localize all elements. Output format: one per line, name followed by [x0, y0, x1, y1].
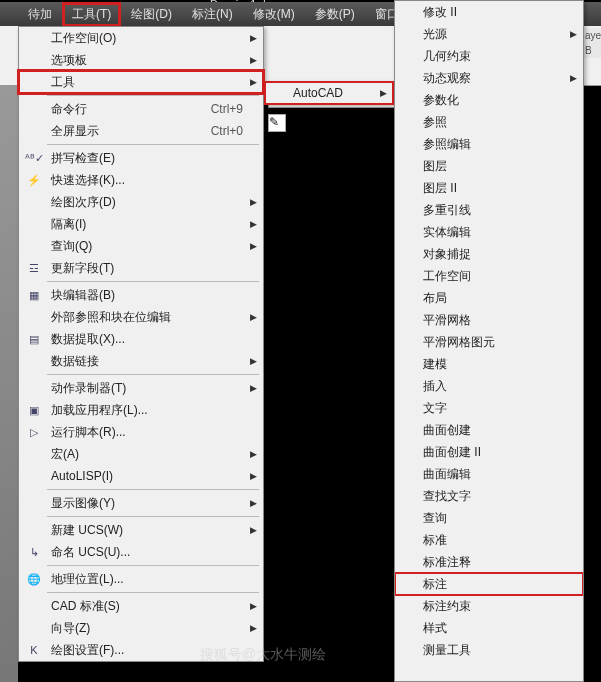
menu-item[interactable]: ▤数据提取(X)... [19, 328, 263, 350]
menu-label: 绘图次序(D) [51, 194, 243, 211]
menu-item[interactable]: 曲面编辑 [395, 463, 583, 485]
menu-separator [47, 374, 259, 375]
menu-label: 块编辑器(B) [51, 287, 243, 304]
submenu-arrow-icon: ▶ [250, 77, 257, 87]
menu-item[interactable]: ᴬᴮ✓拼写检查(E) [19, 147, 263, 169]
menu-item[interactable]: ⚡快速选择(K)... [19, 169, 263, 191]
menubar-item[interactable]: 标注(N) [182, 2, 243, 27]
menubar-item[interactable]: 修改(M) [243, 2, 305, 27]
menu-item[interactable]: 动作录制器(T)▶ [19, 377, 263, 399]
menu-separator [47, 281, 259, 282]
menu-label: 多重引线 [423, 202, 563, 219]
menu-item[interactable]: 几何约束 [395, 45, 583, 67]
menu-item[interactable]: 曲面创建 II [395, 441, 583, 463]
menu-item[interactable]: 外部参照和块在位编辑▶ [19, 306, 263, 328]
menu-item[interactable]: 标注 [395, 573, 583, 595]
submenu-arrow-icon: ▶ [250, 197, 257, 207]
menu-item[interactable]: 文字 [395, 397, 583, 419]
menu-item[interactable]: 图层 [395, 155, 583, 177]
menu-item[interactable]: ▷运行脚本(R)... [19, 421, 263, 443]
menu-item[interactable]: 对象捕捉 [395, 243, 583, 265]
menu-item[interactable]: 全屏显示Ctrl+0 [19, 120, 263, 142]
menu-item[interactable]: 选项板▶ [19, 49, 263, 71]
menu-item[interactable]: 插入 [395, 375, 583, 397]
menu-item[interactable]: 参照 [395, 111, 583, 133]
menu-item[interactable]: CAD 标准(S)▶ [19, 595, 263, 617]
menu-item[interactable]: 平滑网格图元 [395, 331, 583, 353]
menu-item[interactable]: 显示图像(Y)▶ [19, 492, 263, 514]
menu-item[interactable]: 工作空间(O)▶ [19, 27, 263, 49]
menu-label: 隔离(I) [51, 216, 243, 233]
menu-item[interactable]: AutoLISP(I)▶ [19, 465, 263, 487]
menu-item[interactable]: 多重引线 [395, 199, 583, 221]
menu-item[interactable]: 测量工具 [395, 639, 583, 661]
menu-item[interactable]: 布局 [395, 287, 583, 309]
menu-item[interactable]: 样式 [395, 617, 583, 639]
menu-item[interactable]: 宏(A)▶ [19, 443, 263, 465]
menu-item[interactable]: 命令行Ctrl+9 [19, 98, 263, 120]
menu-label: 参照 [423, 114, 563, 131]
menu-item[interactable]: 标准 [395, 529, 583, 551]
menu-separator [47, 565, 259, 566]
menubar-item[interactable]: 工具(T) [62, 2, 121, 27]
side-label: aye [583, 28, 601, 43]
menu-item[interactable]: 查询(Q)▶ [19, 235, 263, 257]
menubar-item[interactable]: 绘图(D) [121, 2, 182, 27]
menu-label: 文字 [423, 400, 563, 417]
menu-label: 实体编辑 [423, 224, 563, 241]
menu-item[interactable]: K绘图设置(F)... [19, 639, 263, 661]
menu-label: 标注 [423, 576, 563, 593]
submenu-arrow-icon: ▶ [570, 73, 577, 83]
menu-item[interactable]: 实体编辑 [395, 221, 583, 243]
tool-icon[interactable]: ✎ [268, 114, 286, 132]
menubar-item[interactable]: 参数(P) [305, 2, 365, 27]
menu-item[interactable]: 建模 [395, 353, 583, 375]
menu-item[interactable]: ☲更新字段(T) [19, 257, 263, 279]
menu-item[interactable]: 曲面创建 [395, 419, 583, 441]
menu-item[interactable]: 绘图次序(D)▶ [19, 191, 263, 213]
menu-item[interactable]: 标注约束 [395, 595, 583, 617]
menu-item[interactable]: 平滑网格 [395, 309, 583, 331]
menu-label: 平滑网格 [423, 312, 563, 329]
menu-label: 命名 UCS(U)... [51, 544, 243, 561]
menu-item[interactable]: 参数化 [395, 89, 583, 111]
menu-item[interactable]: 🌐地理位置(L)... [19, 568, 263, 590]
menu-item[interactable]: 查找文字 [395, 485, 583, 507]
submenu-arrow-icon: ▶ [250, 498, 257, 508]
menu-icon [23, 193, 45, 211]
menu-label: 外部参照和块在位编辑 [51, 309, 243, 326]
menu-icon [23, 100, 45, 118]
menu-icon: ↳ [23, 543, 45, 561]
menu-item[interactable]: 参照编辑 [395, 133, 583, 155]
submenu-arrow-icon: ▶ [250, 449, 257, 459]
menu-item[interactable]: 向导(Z)▶ [19, 617, 263, 639]
menu-label: 地理位置(L)... [51, 571, 243, 588]
menu-item[interactable]: AutoCAD▶ [265, 82, 393, 104]
menu-item[interactable]: ▣加载应用程序(L)... [19, 399, 263, 421]
menu-item[interactable]: 查询 [395, 507, 583, 529]
menu-item[interactable]: 修改 II [395, 1, 583, 23]
menu-item[interactable]: ↳命名 UCS(U)... [19, 541, 263, 563]
menu-item[interactable]: 标准注释 [395, 551, 583, 573]
menu-item[interactable]: 动态观察▶ [395, 67, 583, 89]
menu-icon: ▣ [23, 401, 45, 419]
menu-icon [23, 467, 45, 485]
menu-icon [23, 521, 45, 539]
menu-item[interactable]: 图层 II [395, 177, 583, 199]
menu-label: 数据链接 [51, 353, 243, 370]
menu-label: 查找文字 [423, 488, 563, 505]
menu-item[interactable]: 新建 UCS(W)▶ [19, 519, 263, 541]
menu-item[interactable]: 光源▶ [395, 23, 583, 45]
menu-label: 数据提取(X)... [51, 331, 243, 348]
menu-item[interactable]: 工作空间 [395, 265, 583, 287]
menu-label: 几何约束 [423, 48, 563, 65]
menu-item[interactable]: ▦块编辑器(B) [19, 284, 263, 306]
menu-item[interactable]: 工具▶ [19, 71, 263, 93]
menu-separator [47, 592, 259, 593]
menu-label: 参照编辑 [423, 136, 563, 153]
menu-icon: 🌐 [23, 570, 45, 588]
menu-item[interactable]: 隔离(I)▶ [19, 213, 263, 235]
menubar-item[interactable]: 待加 [18, 2, 62, 27]
menu-label: 光源 [423, 26, 563, 43]
menu-item[interactable]: 数据链接▶ [19, 350, 263, 372]
